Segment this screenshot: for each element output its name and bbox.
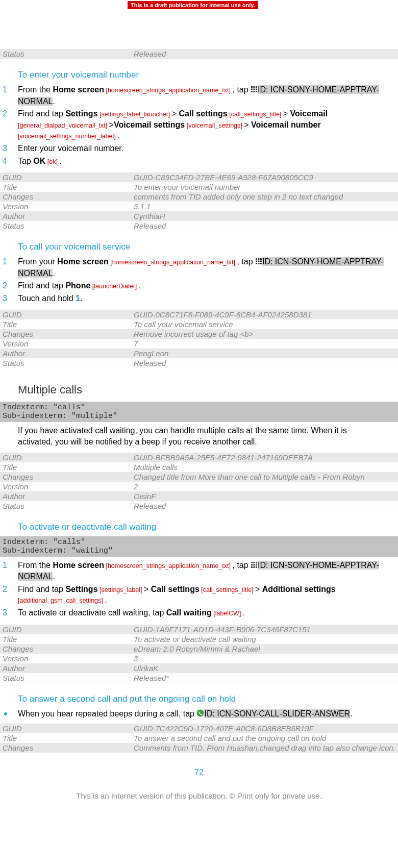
step-3: To activate or deactivate call waiting, … — [18, 607, 398, 618]
svg-rect-25 — [251, 566, 253, 568]
step-4: Tap OK [ok] . — [18, 156, 398, 167]
svg-point-28 — [197, 709, 204, 716]
section-title-call-waiting: To activate or deactivate call waiting — [18, 522, 398, 532]
svg-rect-24 — [256, 564, 257, 565]
svg-rect-21 — [256, 562, 257, 563]
steps-voicemail-number: From the Home screen [homescreen_strings… — [0, 84, 398, 166]
step-3: Enter your voicemail number. — [18, 143, 398, 154]
svg-rect-27 — [256, 566, 257, 568]
svg-rect-18 — [260, 263, 262, 264]
svg-rect-4 — [251, 88, 253, 90]
svg-rect-1 — [251, 86, 253, 88]
steps-call-voicemail: From your Home screen [homescreen_string… — [0, 256, 398, 304]
svg-rect-22 — [251, 564, 253, 565]
svg-rect-20 — [254, 562, 255, 563]
apptray-icon — [255, 257, 262, 268]
page-number: 72 — [0, 768, 398, 777]
svg-rect-17 — [258, 263, 259, 264]
indexterm: Indexterm: "calls" Sub-indexterm: "waiti… — [0, 536, 398, 557]
section-title-voicemail-number: To enter your voicemail number — [18, 70, 398, 80]
meta-label: Status — [3, 49, 134, 58]
meta-block-4: GUIDGUID-1A9F7171-AD1D-443F-B906-7C346F8… — [0, 625, 398, 683]
step-1: From the Home screen [homescreen_strings… — [18, 560, 398, 582]
icon-id-label: ID: ICN-SONY-CALL-SLIDER-ANSWER — [204, 709, 350, 718]
svg-rect-3 — [256, 86, 257, 88]
step-2: Find and tap Phone [launcherDialer] . — [18, 280, 398, 291]
svg-rect-26 — [254, 566, 255, 568]
svg-rect-23 — [254, 564, 255, 565]
indexterm: Indexterm: "calls" Sub-indexterm: "multi… — [0, 402, 398, 422]
draft-banner: This is a draft publication for internal… — [128, 1, 258, 9]
svg-rect-7 — [251, 91, 253, 92]
svg-rect-13 — [256, 261, 257, 262]
meta-block-5: GUIDGUID-7C422C9D-1720-407E-A0C8-6D8B8EB… — [0, 724, 398, 753]
step-1: From the Home screen [homescreen_strings… — [18, 84, 398, 107]
bullet-list-second-call: When you hear repeated beeps during a ca… — [0, 708, 398, 720]
step-2: Find and tap Settings [settings_label_la… — [18, 108, 398, 141]
step-3: Touch and hold 1. — [18, 293, 398, 304]
call-answer-icon — [196, 709, 204, 720]
bullet-1: When you hear repeated beeps during a ca… — [18, 708, 398, 720]
paragraph: If you have activated call waiting, you … — [18, 425, 380, 447]
meta-block-2: GUIDGUID-0C8C71F8-F089-4C9F-8CB4-AF02425… — [0, 310, 398, 368]
svg-rect-16 — [256, 263, 257, 264]
section-title-second-call: To answer a second call and put the ongo… — [18, 694, 398, 704]
svg-rect-2 — [254, 86, 255, 88]
meta-row-status-top: Status Released — [0, 49, 398, 59]
heading-multiple-calls: Multiple calls — [18, 383, 398, 396]
svg-rect-9 — [256, 91, 257, 92]
steps-call-waiting: From the Home screen [homescreen_strings… — [0, 560, 398, 618]
svg-rect-10 — [256, 258, 257, 260]
svg-rect-5 — [254, 88, 255, 90]
section-title-call-voicemail: To call your voicemail service — [18, 242, 398, 252]
svg-rect-11 — [258, 258, 259, 260]
step-2: Find and tap Settings [settings_label] >… — [18, 584, 398, 606]
apptray-icon — [251, 85, 258, 96]
svg-rect-6 — [256, 88, 257, 90]
svg-rect-19 — [251, 562, 253, 563]
meta-block-3: GUIDGUID-BFBB9A5A-25E5-4E72-9841-247169D… — [0, 453, 398, 511]
svg-rect-15 — [260, 261, 262, 262]
page: This is a draft publication for internal… — [0, 0, 398, 803]
svg-rect-8 — [254, 91, 255, 92]
svg-rect-12 — [260, 258, 262, 260]
meta-block-1: GUIDGUID-C89C34FD-27BE-4E69-A928-F67A908… — [0, 172, 398, 231]
step-1: From your Home screen [homescreen_string… — [18, 256, 398, 279]
apptray-icon — [251, 560, 258, 572]
footer-text: This is an Internet version of this publ… — [0, 791, 398, 803]
svg-rect-14 — [258, 261, 259, 262]
meta-value: Released — [134, 49, 395, 58]
